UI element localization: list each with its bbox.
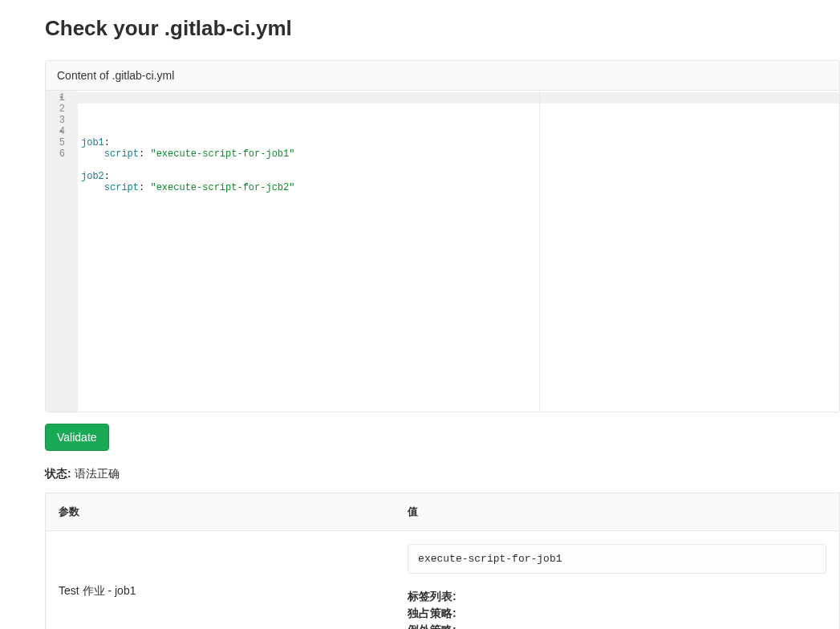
column-header-param: 参数 — [46, 493, 396, 531]
status-line: 状态: 语法正确 — [45, 467, 840, 481]
active-line-highlight — [78, 92, 839, 103]
editor-code-area[interactable]: job1: script: "execute-script-for-job1"j… — [78, 91, 839, 412]
code-line[interactable] — [81, 193, 836, 205]
results-table: 参数 值 Test 作业 - job1execute-script-for-jo… — [45, 493, 840, 629]
code-editor[interactable]: 1▾234▾56 job1: script: "execute-script-f… — [46, 91, 839, 412]
editor-gutter: 1▾234▾56 — [46, 91, 78, 412]
code-line[interactable]: job2: — [81, 171, 836, 182]
code-line[interactable]: script: "execute-script-for-job1" — [81, 148, 836, 160]
code-line[interactable]: script: "execute-script-for-jcb2" — [81, 182, 836, 193]
fold-icon[interactable]: ▾ — [59, 126, 63, 137]
code-line[interactable]: job1: — [81, 137, 836, 148]
value-label: 标签列表: — [408, 588, 826, 605]
validate-button[interactable]: Validate — [45, 424, 109, 451]
value-label: 独占策略: — [408, 605, 826, 622]
line-number: 4▾ — [51, 126, 65, 137]
panel-header: Content of .gitlab-ci.yml — [46, 61, 839, 91]
line-number: 2 — [51, 103, 65, 115]
value-label: 例外策略: — [408, 622, 826, 629]
line-number: 5 — [51, 137, 65, 148]
line-number: 6 — [51, 148, 65, 160]
column-header-value: 值 — [395, 493, 839, 531]
line-number: 1▾ — [51, 92, 65, 103]
line-number: 3 — [51, 115, 65, 126]
status-label: 状态: — [45, 467, 71, 480]
code-line[interactable] — [81, 160, 836, 171]
script-value: execute-script-for-job1 — [408, 544, 826, 574]
status-value: 语法正确 — [75, 467, 120, 480]
fold-icon[interactable]: ▾ — [59, 92, 63, 103]
param-cell: Test 作业 - job1 — [46, 531, 396, 630]
value-cell: execute-script-for-job1标签列表:独占策略:例外策略: — [395, 531, 839, 630]
table-row: Test 作业 - job1execute-script-for-job1标签列… — [46, 531, 840, 630]
ci-content-panel: Content of .gitlab-ci.yml 1▾234▾56 job1:… — [45, 60, 840, 412]
page-title: Check your .gitlab-ci.yml — [45, 16, 840, 41]
